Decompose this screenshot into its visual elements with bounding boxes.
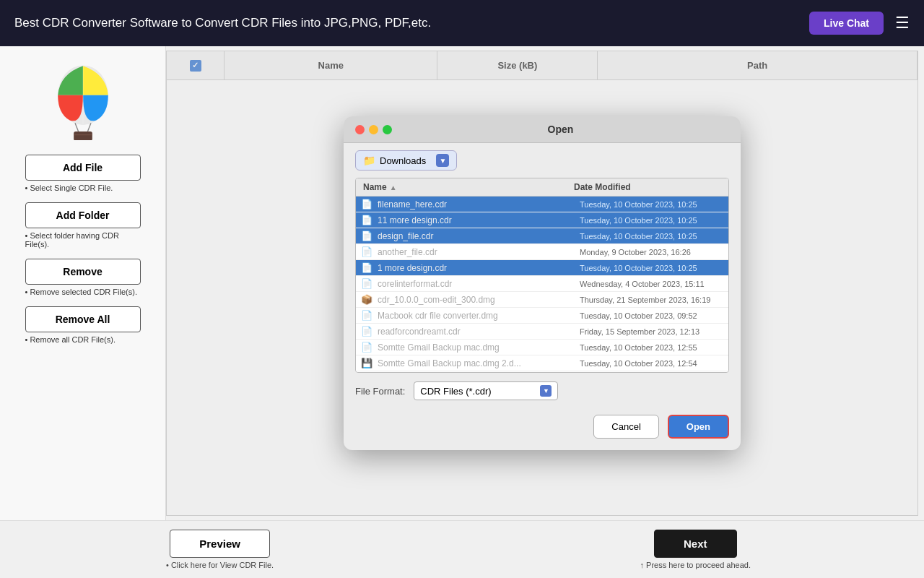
file-icon: 📄 xyxy=(356,342,378,353)
svg-rect-3 xyxy=(74,131,92,140)
dialog-filelist[interactable]: Name ▲ Date Modified 📄filename_here.cdrT… xyxy=(355,178,729,373)
file-name: 11 more design.cdr xyxy=(378,215,574,225)
file-icon: 📄 xyxy=(356,326,378,337)
sort-arrow-icon: ▲ xyxy=(390,184,397,191)
app-title: Best CDR Converter Software to Convert C… xyxy=(14,16,431,30)
file-row[interactable]: 📄Somtte Gmail Backup mac.dmgTuesday, 10 … xyxy=(356,340,728,355)
file-row[interactable]: 📄11 more design.cdrTuesday, 10 October 2… xyxy=(356,212,728,228)
dialog-titlebar: Open xyxy=(344,116,741,143)
cancel-button[interactable]: Cancel xyxy=(593,415,658,439)
file-date: Thursday, 21 September 2023, 16:19 xyxy=(574,296,728,304)
file-date: Wednesday, 4 October 2023, 15:11 xyxy=(574,280,728,288)
header: Best CDR Converter Software to Convert C… xyxy=(0,0,924,46)
file-row[interactable]: 📄readforcondreamt.cdrFriday, 15 Septembe… xyxy=(356,324,728,340)
dialog-overlay: Open 📁 Downloads ▼ Name ▲ xyxy=(167,51,918,515)
file-icon: 📄 xyxy=(356,230,378,241)
logo-container xyxy=(47,61,119,140)
file-name: design_file.cdr xyxy=(378,231,574,241)
file-name: another_file.cdr xyxy=(378,247,574,257)
file-date: Tuesday, 10 October 2023, 10:25 xyxy=(574,264,728,272)
content-area: ✓ Name Size (kB) Path Open xyxy=(166,51,918,516)
remove-all-hint: • Remove all CDR File(s). xyxy=(25,335,141,344)
dialog-minimize-button[interactable] xyxy=(369,125,378,134)
format-select[interactable]: CDR Files (*.cdr) ▼ xyxy=(414,381,558,400)
add-folder-button[interactable]: Add Folder xyxy=(25,202,141,228)
file-icon: 💾 xyxy=(356,358,378,368)
preview-button[interactable]: Preview xyxy=(170,530,270,558)
live-chat-button[interactable]: Live Chat xyxy=(809,12,884,35)
file-icon: 📄 xyxy=(356,262,378,273)
folder-icon: 📁 xyxy=(363,155,375,166)
file-date: Friday, 15 September 2023, 12:13 xyxy=(574,327,728,336)
file-date: Tuesday, 10 October 2023, 10:25 xyxy=(574,216,728,225)
open-button[interactable]: Open xyxy=(668,415,729,439)
main-content: Add File • Select Single CDR File. Add F… xyxy=(0,46,924,520)
file-date: Tuesday, 10 October 2023, 12:55 xyxy=(574,343,728,352)
format-dropdown-arrow: ▼ xyxy=(540,385,552,397)
file-date: Tuesday, 10 October 2023, 12:54 xyxy=(574,359,728,368)
remove-all-button[interactable]: Remove All xyxy=(25,306,141,332)
next-hint: ↑ Press here to proceed ahead. xyxy=(640,561,751,569)
dialog-title: Open xyxy=(392,124,729,135)
location-label: Downloads xyxy=(380,155,426,166)
next-section: Next ↑ Press here to proceed ahead. xyxy=(640,530,751,569)
dialog-maximize-button[interactable] xyxy=(383,125,392,134)
file-date: Tuesday, 10 October 2023, 10:25 xyxy=(574,232,728,241)
file-row[interactable]: 💾Somtte Gmail Backup mac.dmg 2.d...Tuesd… xyxy=(356,355,728,371)
hamburger-icon[interactable]: ☰ xyxy=(895,14,910,33)
location-dropdown-arrow: ▼ xyxy=(436,154,449,167)
add-file-hint: • Select Single CDR File. xyxy=(25,184,141,192)
file-icon: 📄 xyxy=(356,278,378,289)
window-controls xyxy=(355,125,392,134)
file-row[interactable]: 📄1 more design.cdrTuesday, 10 October 20… xyxy=(356,260,728,276)
format-label: File Format: xyxy=(355,386,405,397)
file-name: Somtte Gmail Backup mac.dmg xyxy=(378,342,574,353)
format-value: CDR Files (*.cdr) xyxy=(420,386,491,397)
dialog-location-bar: 📁 Downloads ▼ xyxy=(344,143,741,178)
file-name: filename_here.cdr xyxy=(378,199,574,210)
file-name: Macbook cdr file converter.dmg xyxy=(378,311,574,321)
header-actions: Live Chat ☰ xyxy=(809,12,910,35)
file-name: Somtte Gmail Backup mac.dmg 2.d... xyxy=(378,358,574,368)
next-button[interactable]: Next xyxy=(654,530,737,558)
file-icon: 📄 xyxy=(356,215,378,225)
file-name: corelinterformat.cdr xyxy=(378,279,574,289)
dialog-close-button[interactable] xyxy=(355,125,365,134)
add-folder-hint: • Select folder having CDR File(s). xyxy=(25,231,141,249)
filelist-col-date: Date Modified xyxy=(567,178,728,196)
file-row[interactable]: 📄another_file.cdrMonday, 9 October 2023,… xyxy=(356,244,728,260)
file-date: Monday, 9 October 2023, 16:26 xyxy=(574,248,728,256)
file-row[interactable]: 📦cdr_10.0.0_com-edit_300.dmgThursday, 21… xyxy=(356,292,728,308)
file-icon: 📦 xyxy=(356,294,378,305)
file-row[interactable]: 📄filename_here.cdrTuesday, 10 October 20… xyxy=(356,197,728,212)
filelist-col-name: Name ▲ xyxy=(356,178,567,196)
sidebar: Add File • Select Single CDR File. Add F… xyxy=(0,46,166,520)
preview-hint: • Click here for View CDR File. xyxy=(166,561,274,569)
filelist-header: Name ▲ Date Modified xyxy=(356,178,728,197)
file-name: cdr_10.0.0_com-edit_300.dmg xyxy=(378,295,574,305)
file-date: Tuesday, 10 October 2023, 10:25 xyxy=(574,200,728,209)
location-dropdown[interactable]: 📁 Downloads ▼ xyxy=(355,150,457,171)
file-row[interactable]: 📄corelinterformat.cdrWednesday, 4 Octobe… xyxy=(356,276,728,292)
file-icon: 📄 xyxy=(356,199,378,210)
preview-section: Preview • Click here for View CDR File. xyxy=(166,530,274,569)
file-rows-container: 📄filename_here.cdrTuesday, 10 October 20… xyxy=(356,197,728,373)
file-name: 1 more design.cdr xyxy=(378,263,574,273)
open-dialog: Open 📁 Downloads ▼ Name ▲ xyxy=(344,116,741,450)
remove-hint: • Remove selected CDR File(s). xyxy=(25,288,141,296)
add-file-button[interactable]: Add File xyxy=(25,155,141,181)
file-date: Tuesday, 10 October 2023, 09:52 xyxy=(574,311,728,320)
remove-button[interactable]: Remove xyxy=(25,259,141,285)
app-logo xyxy=(47,61,119,140)
file-row[interactable]: 📄design_file.cdrTuesday, 10 October 2023… xyxy=(356,228,728,244)
file-icon: 📄 xyxy=(356,310,378,321)
dialog-format-row: File Format: CDR Files (*.cdr) ▼ xyxy=(344,373,741,409)
file-row[interactable]: 📄Macbook cdr file converter.dmgTuesday, … xyxy=(356,308,728,324)
dialog-buttons: Cancel Open xyxy=(344,409,741,450)
footer: Preview • Click here for View CDR File. … xyxy=(0,520,924,578)
file-name: readforcondreamt.cdr xyxy=(378,327,574,337)
file-icon: 📄 xyxy=(356,246,378,257)
